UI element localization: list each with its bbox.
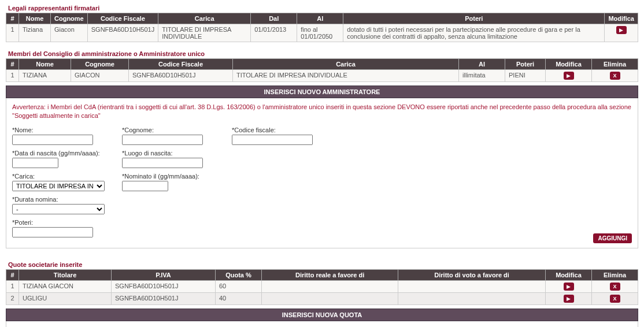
cell-n: 1 — [6, 24, 19, 42]
cell-n: 1 — [6, 70, 19, 82]
cell-dr — [262, 280, 398, 292]
table-row: 2 UGLIGU SGNFBA60D10H501J 40 ▶ X — [6, 292, 638, 304]
nome-input[interactable] — [12, 135, 93, 145]
th-cognome: Cognome — [71, 59, 129, 70]
cell-dv — [398, 280, 546, 292]
cell-cf: SGNFBA60D10H501J — [87, 24, 158, 42]
label-durata: *Durata nomina: — [12, 196, 105, 203]
th-n: # — [6, 13, 19, 24]
th-nome: Nome — [19, 59, 71, 70]
edit-button[interactable]: ▶ — [564, 283, 574, 291]
th-carica: Carica — [233, 59, 459, 70]
th-carica: Carica — [158, 13, 251, 24]
th-cognome: Cognome — [51, 13, 88, 24]
th-dv: Diritto di voto a favore di — [398, 269, 546, 280]
cell-n: 2 — [6, 292, 19, 304]
label-carica: *Carica: — [12, 173, 105, 180]
cell-n: 1 — [6, 280, 19, 292]
cell-poteri: dotato di tutti i poteri necessari per l… — [343, 24, 605, 42]
aggiungi-admin-button[interactable]: AGGIUNGI — [593, 233, 632, 243]
edit-button[interactable]: ▶ — [564, 72, 574, 80]
table-row: 1 TIZIANA GIACON SGNFBA60D10H501J TITOLA… — [6, 70, 638, 82]
cell-cognome: Giacon — [51, 24, 88, 42]
th-mod: Modifica — [546, 269, 592, 280]
legal-reps-title: Legali rappresentanti firmatari — [8, 5, 638, 12]
cell-cf: SGNFBA60D10H501J — [129, 70, 233, 82]
board-table: # Nome Cognome Codice Fiscale Carica Al … — [6, 58, 638, 82]
th-mod: Modifica — [546, 59, 592, 70]
cell-dal: 01/01/2013 — [251, 24, 297, 42]
cell-titolare: TIZIANA GIACON — [19, 280, 112, 292]
insert-admin-form: Avvertenza: i Membri del CdA (rientranti… — [6, 98, 638, 248]
insert-admin-header: INSERISCI NUOVO AMMINISTRATORE — [6, 86, 638, 98]
label-dnasc: *Data di nascita (gg/mm/aaaa): — [12, 150, 105, 157]
cell-dv — [398, 292, 546, 304]
th-al: Al — [459, 59, 505, 70]
th-poteri: Poteri — [343, 13, 605, 24]
cell-al: fino al 01/01/2050 — [297, 24, 343, 42]
cell-cognome: GIACON — [71, 70, 129, 82]
cell-nome: Tiziana — [19, 24, 51, 42]
cognome-input[interactable] — [122, 135, 203, 145]
insert-quote-header: INSERISCI NUOVA QUOTA — [6, 309, 638, 321]
cell-nome: TIZIANA — [19, 70, 71, 82]
table-row: 1 TIZIANA GIACON SGNFBA60D10H501J 60 ▶ X — [6, 280, 638, 292]
label-cognome: *Cognome: — [122, 127, 214, 133]
nominato-input[interactable] — [122, 181, 168, 191]
cell-piva: SGNFBA60D10H501J — [112, 280, 216, 292]
durata-select[interactable]: - — [12, 204, 105, 214]
poteri-input[interactable] — [12, 227, 93, 237]
label-cf: *Codice fiscale: — [232, 127, 324, 133]
th-mod: Modifica — [605, 13, 638, 24]
delete-button[interactable]: X — [610, 283, 620, 291]
th-al: Al — [297, 13, 343, 24]
label-poteri: *Poteri: — [12, 219, 105, 226]
cell-carica: TITOLARE DI IMPRESA INDIVIDUALE — [233, 70, 459, 82]
cell-poteri: PIENI — [505, 70, 546, 82]
cell-piva: SGNFBA60D10H501J — [112, 292, 216, 304]
cell-quota: 60 — [216, 280, 262, 292]
insert-quote-form: *Titolare Quota: *P.Iva/Codice Fiscale: … — [6, 321, 638, 327]
edit-button[interactable]: ▶ — [564, 295, 574, 303]
th-del: Elimina — [592, 59, 638, 70]
th-piva: P.IVA — [112, 269, 216, 280]
delete-button[interactable]: X — [610, 72, 620, 80]
cell-carica: TITOLARE DI IMPRESA INDIVIDUALE — [158, 24, 251, 42]
th-nome: Nome — [19, 13, 51, 24]
th-quota: Quota % — [216, 269, 262, 280]
th-cf: Codice Fiscale — [129, 59, 233, 70]
th-dal: Dal — [251, 13, 297, 24]
cell-titolare: UGLIGU — [19, 292, 112, 304]
carica-select[interactable]: TITOLARE DI IMPRESA INDIVIDUALE — [12, 181, 105, 191]
delete-button[interactable]: X — [610, 295, 620, 303]
edit-button[interactable]: ▶ — [616, 26, 627, 34]
admin-warning: Avvertenza: i Membri del CdA (rientranti… — [12, 103, 632, 121]
quotes-title: Quote societarie inserite — [8, 261, 638, 268]
table-row: 1 Tiziana Giacon SGNFBA60D10H501J TITOLA… — [6, 24, 638, 42]
label-nominato: *Nominato il (gg/mm/aaaa): — [122, 173, 214, 180]
th-cf: Codice Fiscale — [87, 13, 158, 24]
quotes-table: # Titolare P.IVA Quota % Diritto reale a… — [6, 269, 638, 305]
th-dr: Diritto reale a favore di — [262, 269, 398, 280]
label-lnasc: *Luogo di nascita: — [122, 150, 214, 157]
cf-input[interactable] — [232, 135, 313, 145]
board-title: Membri del Consiglio di amministrazione … — [8, 50, 638, 57]
th-n: # — [6, 59, 19, 70]
legal-reps-table: # Nome Cognome Codice Fiscale Carica Dal… — [6, 13, 638, 42]
cell-al: illimitata — [459, 70, 505, 82]
cell-quota: 40 — [216, 292, 262, 304]
dnasc-input[interactable] — [12, 158, 58, 168]
lnasc-input[interactable] — [122, 158, 203, 168]
label-nome: *Nome: — [12, 127, 105, 133]
th-titolare: Titolare — [19, 269, 112, 280]
th-n: # — [6, 269, 19, 280]
th-del: Elimina — [592, 269, 638, 280]
cell-dr — [262, 292, 398, 304]
th-poteri: Poteri — [505, 59, 546, 70]
